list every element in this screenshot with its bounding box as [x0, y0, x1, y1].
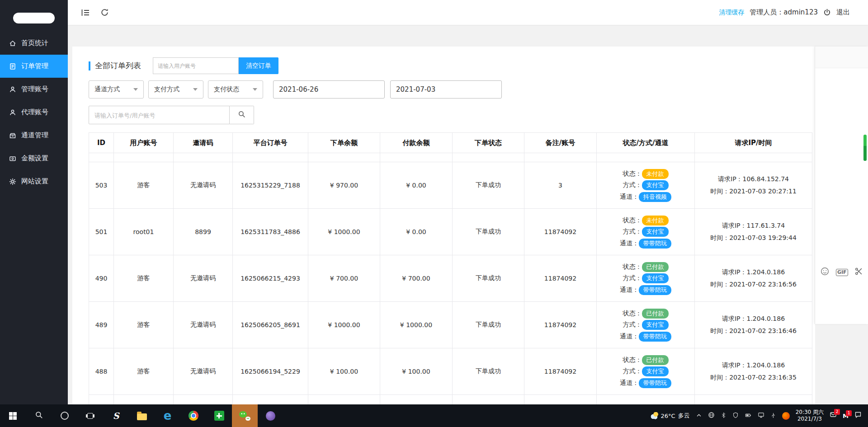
taskbar-clock[interactable]: 20:30 周六 2021/7/3 — [796, 409, 824, 422]
sidebar-item-channel-management[interactable]: 通道管理 — [0, 124, 68, 147]
date-to-input[interactable] — [390, 80, 502, 99]
col-status-method-channel: 状态/方式/通道 — [597, 133, 695, 153]
taskbar-search-button[interactable] — [26, 404, 52, 427]
status-badge: 已付款 — [642, 309, 669, 319]
power-icon[interactable] — [823, 9, 831, 16]
col-user-account: 用户账号 — [114, 133, 174, 153]
screenshot-scissors-icon[interactable] — [855, 267, 863, 277]
remark-cell — [524, 395, 597, 405]
status-badge: 支付宝 — [642, 366, 669, 376]
channel-icon — [9, 132, 16, 139]
task-view-button[interactable] — [77, 404, 103, 427]
cortana-icon — [61, 412, 69, 420]
order-search-input[interactable] — [89, 106, 230, 124]
ime-tray-item[interactable]: M 1 — [843, 413, 849, 419]
sidebar-item-admin-accounts[interactable]: 管理账号 — [0, 78, 68, 101]
green-app-button[interactable] — [206, 404, 232, 427]
paid-amount-cell: ¥ 100.00 — [380, 348, 453, 395]
s-app-button[interactable]: S — [103, 404, 129, 427]
chat-scrollbar[interactable] — [863, 135, 867, 161]
invite-code-cell — [174, 395, 233, 405]
page-title: 全部订单列表 — [95, 61, 141, 71]
order-status-cell: 下单成功 — [453, 302, 524, 348]
logout-button[interactable]: 退出 — [836, 8, 850, 17]
status-badge: 带带陪玩 — [639, 239, 671, 249]
col-id: ID — [89, 133, 114, 153]
orders-table: ID 用户账号 邀请码 平台订单号 下单余额 付款余额 下单状态 备注/账号 状… — [89, 132, 812, 404]
emoji-icon[interactable] — [821, 267, 829, 277]
col-order-amount: 下单余额 — [308, 133, 380, 153]
search-button[interactable] — [230, 106, 254, 124]
status-badge: 已付款 — [642, 262, 669, 272]
sidebar-item-label: 网站设置 — [21, 177, 48, 186]
cortana-button[interactable] — [52, 404, 77, 427]
security-tray-item[interactable] — [732, 412, 739, 420]
amount-icon — [9, 155, 16, 162]
user-account-cell: 游客 — [114, 162, 174, 209]
table-header-row: ID 用户账号 邀请码 平台订单号 下单余额 付款余额 下单状态 备注/账号 状… — [89, 133, 812, 153]
message-tray-item[interactable]: 2 — [830, 411, 837, 420]
battery-tray-item[interactable] — [745, 412, 752, 420]
order-row: 489游客无邀请码1625066205_8691¥ 1000.00¥ 1000.… — [89, 302, 812, 348]
col-order-status: 下单状态 — [453, 133, 524, 153]
chrome-icon — [189, 411, 198, 421]
start-button[interactable] — [0, 404, 26, 427]
status-badge: 支付宝 — [642, 227, 669, 237]
gif-icon[interactable]: GIF — [836, 269, 848, 276]
sidebar-item-label: 金额设置 — [21, 154, 48, 163]
display-tray-item[interactable] — [758, 412, 764, 420]
chrome-button[interactable] — [180, 404, 206, 427]
action-center-button[interactable] — [854, 411, 862, 420]
sidebar-item-amount-settings[interactable]: 金额设置 — [0, 147, 68, 170]
status-line: 状态：未付款 — [597, 216, 694, 225]
usb-tray-item[interactable] — [770, 412, 776, 420]
platform-order-no-cell: 1625066205_8691 — [233, 302, 308, 348]
chat-panel: GIF — [815, 47, 868, 324]
status-badge: 支付宝 — [642, 180, 669, 190]
clear-orders-button[interactable]: 清空订单 — [239, 57, 278, 74]
bluetooth-tray-item[interactable] — [721, 412, 726, 420]
clean-cache-link[interactable]: 清理缓存 — [719, 9, 744, 17]
status-badge: 抖音视频 — [639, 192, 671, 202]
chevron-down-icon — [193, 88, 198, 91]
request-ip-time-cell: 请求IP：1.204.0.186时间：2021-07-02 23:16:46 — [695, 302, 812, 348]
sidebar-item-order-management[interactable]: 订单管理 — [0, 55, 68, 78]
paid-amount-cell: ¥ 0.00 — [380, 209, 453, 255]
order-status-cell: 下单成功 — [453, 348, 524, 395]
edge-button[interactable]: e — [155, 404, 180, 427]
tray-expand-button[interactable] — [696, 412, 702, 420]
invite-code-cell: 8899 — [174, 209, 233, 255]
select-label: 支付状态 — [214, 85, 239, 94]
battery-icon — [745, 412, 752, 420]
status-line: 通道：带带陪玩 — [597, 378, 694, 388]
request-ip-time-cell: 请求IP：1.204.0.186 — [695, 395, 812, 405]
user-account-input[interactable] — [153, 57, 239, 74]
date-from-input[interactable] — [273, 80, 385, 99]
channel-method-select[interactable]: 通道方式 — [89, 80, 144, 99]
sidebar-item-home-stats[interactable]: 首页统计 — [0, 32, 68, 55]
network-tray-item[interactable] — [708, 412, 715, 420]
order-amount-cell: ¥ 1000.00 — [308, 209, 380, 255]
network-icon — [708, 412, 715, 420]
wechat-button[interactable] — [232, 404, 258, 427]
purple-app-button[interactable] — [258, 404, 283, 427]
sidebar-item-site-settings[interactable]: 网站设置 — [0, 170, 68, 193]
collapse-sidebar-icon[interactable] — [81, 9, 90, 16]
scrollbar-thumb[interactable] — [863, 135, 867, 146]
scrollbar-thumb[interactable] — [863, 146, 867, 161]
paid-amount-cell: ¥ 0.00 — [380, 162, 453, 209]
sidebar-item-agent-accounts[interactable]: 代理账号 — [0, 101, 68, 124]
weather-widget[interactable]: 26°C 多云 — [650, 412, 690, 420]
bluetooth-icon — [721, 412, 726, 420]
pay-method-select[interactable]: 支付方式 — [148, 80, 203, 99]
edge-icon: e — [164, 411, 172, 421]
shield-icon — [732, 412, 739, 420]
pay-status-select[interactable]: 支付状态 — [208, 80, 263, 99]
file-explorer-button[interactable] — [129, 404, 155, 427]
chevron-up-icon — [696, 412, 702, 420]
browser-tray-item[interactable] — [782, 412, 790, 420]
sidebar-item-label: 代理账号 — [21, 108, 48, 117]
refresh-icon[interactable] — [100, 8, 109, 17]
sidebar-item-label: 首页统计 — [21, 39, 48, 47]
windows-logo-icon — [9, 412, 17, 420]
